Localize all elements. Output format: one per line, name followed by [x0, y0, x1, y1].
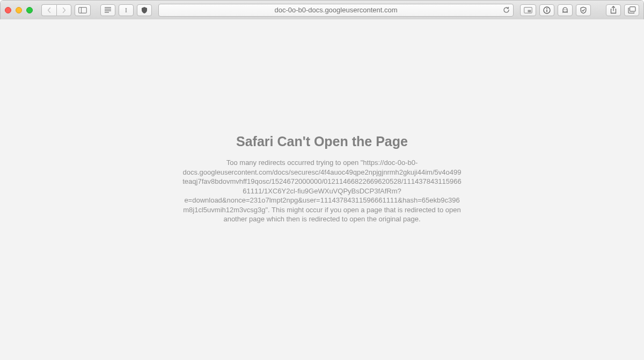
- share-icon: [610, 6, 617, 14]
- svg-point-12: [566, 9, 567, 10]
- sidebar-toggle-button[interactable]: [75, 4, 91, 16]
- minimize-window-button[interactable]: [16, 7, 22, 13]
- text-size-button[interactable]: I: [119, 4, 134, 16]
- share-button[interactable]: [606, 4, 621, 16]
- chevron-right-icon: [61, 7, 67, 13]
- browser-toolbar: I doc-0o-b0-docs.googleusercontent.com: [1, 1, 643, 20]
- back-button[interactable]: [41, 4, 56, 16]
- shield-outline-icon: [580, 6, 587, 14]
- svg-point-11: [564, 9, 565, 10]
- info-icon: [543, 6, 551, 14]
- svg-rect-0: [79, 7, 87, 13]
- privacy-button[interactable]: [576, 4, 591, 16]
- error-message: Safari Can't Open the Page Too many redi…: [182, 134, 462, 224]
- privacy-shield-button[interactable]: [137, 4, 152, 16]
- error-body: Too many redirects occurred trying to op…: [182, 158, 462, 224]
- reload-icon: [503, 6, 510, 13]
- shield-icon: [141, 6, 148, 14]
- tabs-icon: [628, 6, 636, 13]
- chevron-left-icon: [47, 7, 52, 13]
- info-button[interactable]: [539, 4, 554, 16]
- tabs-button[interactable]: [624, 4, 639, 16]
- url-text: doc-0o-b0-docs.googleusercontent.com: [274, 6, 397, 14]
- forward-button[interactable]: [56, 4, 71, 16]
- text-cursor-icon: I: [125, 6, 127, 15]
- svg-point-9: [546, 8, 547, 9]
- pip-icon: [524, 7, 532, 13]
- error-title: Safari Can't Open the Page: [182, 134, 462, 149]
- svg-rect-7: [528, 10, 531, 12]
- pip-button[interactable]: [520, 4, 536, 16]
- ghostery-button[interactable]: [558, 4, 573, 16]
- sidebar-icon: [78, 7, 87, 13]
- reload-button[interactable]: [503, 6, 510, 13]
- window-controls: [5, 7, 33, 13]
- ghost-icon: [561, 6, 569, 14]
- svg-rect-13: [630, 7, 635, 12]
- page-content: Safari Can't Open the Page Too many redi…: [0, 19, 644, 360]
- reader-button[interactable]: [100, 4, 115, 16]
- close-window-button[interactable]: [5, 7, 11, 13]
- reader-icon: [104, 7, 112, 13]
- address-bar[interactable]: doc-0o-b0-docs.googleusercontent.com: [158, 4, 514, 17]
- nav-buttons: [41, 4, 71, 16]
- fullscreen-window-button[interactable]: [26, 7, 33, 13]
